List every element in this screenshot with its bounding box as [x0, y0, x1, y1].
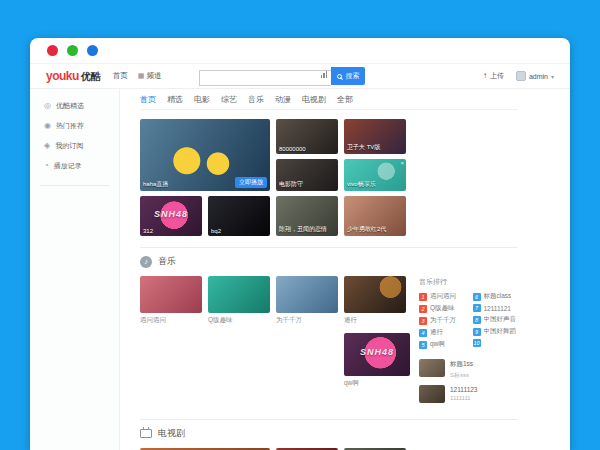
list-item-subtitle: S标sss [450, 371, 473, 380]
logo-text-en: youku [46, 69, 79, 83]
music-video-card[interactable]: Q版趣味 [208, 276, 270, 325]
rss-subscribe-icon: ◈ [44, 142, 50, 150]
video-thumbnail[interactable] [276, 276, 338, 313]
eye-icon: ◉ [44, 122, 51, 130]
youku-logo[interactable]: youku优酷 [46, 69, 101, 84]
play-now-badge[interactable]: 立即播放 [235, 177, 267, 188]
search-button[interactable]: 搜索 [331, 67, 365, 85]
thumbnail-caption: 312 [143, 228, 153, 234]
video-thumbnail[interactable] [140, 276, 202, 313]
music-video-card[interactable]: 为千千万 [276, 276, 338, 325]
sidebar-item[interactable]: ◈ 我的订阅 [30, 136, 119, 156]
music-video-card[interactable]: 遇问遇问 [140, 276, 202, 325]
list-item-subtitle: 1111111 [450, 395, 477, 401]
rank-badge: 1 [419, 293, 427, 301]
chevron-down-icon: ▾ [551, 73, 554, 80]
ranking-item[interactable]: 9 中国好舞蹈 [473, 327, 519, 336]
rank-label: qw啊 [430, 340, 445, 349]
video-thumbnail[interactable]: 卫子夫 TV版 [344, 119, 406, 154]
trending-chart-icon[interactable] [321, 71, 328, 78]
upload-icon: ↑ [483, 72, 487, 80]
top-nav: 首页 ▦ 频道 [113, 71, 162, 81]
ranking-item[interactable]: 3 为千千万 [419, 316, 465, 325]
rank-badge: 6 [473, 293, 481, 301]
category-tab[interactable]: 首页 [140, 94, 156, 105]
music-ranking-title: 音乐排行 [419, 277, 518, 287]
user-menu[interactable]: admin ▾ [516, 71, 554, 81]
video-thumbnail[interactable]: 陈翔，丑闻的恋情 [276, 196, 338, 236]
search-input[interactable] [199, 70, 331, 86]
category-tab[interactable]: 音乐 [248, 94, 264, 105]
category-tab[interactable]: 电视剧 [302, 94, 326, 105]
featured-target-icon: ◎ [44, 102, 51, 110]
category-tab[interactable]: 精选 [167, 94, 183, 105]
tv-section-title: 电视剧 [158, 427, 185, 440]
video-thumbnail[interactable]: 少年勇敢红2代 [344, 196, 406, 236]
music-video-card[interactable]: 通行 [344, 276, 406, 325]
video-title: 通行 [344, 316, 406, 325]
header-right: ↑ 上传 admin ▾ [483, 71, 554, 81]
video-title: qw啊 [344, 379, 410, 388]
ranking-item[interactable]: 8 中国好声音 [473, 315, 519, 324]
list-item-title: 标题1ss [450, 360, 473, 369]
rank-label: 为千千万 [430, 316, 456, 325]
list-item[interactable]: 标题1ss S标sss [419, 359, 518, 380]
sidebar-item[interactable]: ◎ 优酷精选 [30, 96, 119, 116]
rank-label: 中国好舞蹈 [484, 327, 517, 336]
tv-icon [140, 429, 152, 438]
video-thumbnail[interactable]: bq2 [208, 196, 270, 236]
thumbnail-caption: 少年勇敢红2代 [347, 225, 386, 234]
video-thumbnail[interactable]: vivo畅享乐 × [344, 159, 406, 191]
list-item[interactable]: 12111123 1111111 [419, 385, 518, 403]
rank-badge: 3 [419, 317, 427, 325]
section-divider [140, 247, 518, 248]
sidebar-item[interactable]: ◔ 播放记录 [30, 156, 119, 176]
category-tab[interactable]: 动漫 [275, 94, 291, 105]
sidebar-item-label: 优酷精选 [56, 101, 84, 111]
rank-label: 标题class [484, 292, 512, 301]
window-close-button[interactable] [47, 45, 58, 56]
music-note-icon: ♪ [140, 256, 152, 268]
ranking-item[interactable]: 6 标题class [473, 292, 519, 301]
music-ranking-right: 6 标题class 7 12111121 8 中国好声音 9 中国好舞蹈 [473, 292, 519, 352]
thumbnail-art-text: SNH48 [344, 347, 410, 357]
video-thumbnail[interactable] [208, 276, 270, 313]
video-thumbnail[interactable]: 电影防守 [276, 159, 338, 191]
nav-channel-link[interactable]: ▦ 频道 [138, 71, 162, 81]
category-tab[interactable]: 综艺 [221, 94, 237, 105]
rank-badge: 5 [419, 341, 427, 349]
sidebar-item-label: 热门推荐 [56, 121, 84, 131]
sidebar-list: ◎ 优酷精选 ◉ 热门推荐 ◈ 我的订阅 ◔ [30, 96, 119, 176]
category-tab[interactable]: 全部 [337, 94, 353, 105]
sidebar-item[interactable]: ◉ 热门推荐 [30, 116, 119, 136]
ranking-item[interactable]: 2 Q版趣味 [419, 304, 465, 313]
video-thumbnail[interactable]: 80000000 [276, 119, 338, 154]
ranking-item[interactable]: 5 qw啊 [419, 340, 465, 349]
video-thumbnail[interactable]: SNH48 312 [140, 196, 202, 236]
thumbnail-caption: 陈翔，丑闻的恋情 [279, 225, 327, 234]
window-zoom-button[interactable] [87, 45, 98, 56]
music-video-card[interactable]: SNH48 qw啊 [344, 333, 410, 388]
ranking-item[interactable]: 1 遇问遇问 [419, 292, 465, 301]
magnifier-icon [337, 74, 342, 79]
window-minimize-button[interactable] [67, 45, 78, 56]
video-thumbnail[interactable]: SNH48 [344, 333, 410, 376]
grid-icon: ▦ [138, 72, 145, 80]
hero-video-thumbnail[interactable]: haha直播 立即播放 [140, 119, 270, 191]
ranking-item[interactable]: 7 12111121 [473, 304, 519, 312]
category-tab[interactable]: 电影 [194, 94, 210, 105]
section-divider [140, 419, 518, 420]
upload-link[interactable]: ↑ 上传 [483, 71, 504, 81]
ranking-item[interactable]: 10 [473, 339, 519, 347]
main-area: ◎ 优酷精选 ◉ 热门推荐 ◈ 我的订阅 ◔ [30, 89, 570, 450]
ranking-item[interactable]: 4 通行 [419, 328, 465, 337]
close-ad-icon[interactable]: × [400, 160, 404, 166]
browser-window: youku优酷 首页 ▦ 频道 搜索 ↑ 上传 [30, 38, 570, 450]
nav-home-link[interactable]: 首页 [113, 71, 128, 81]
rank-label: 通行 [430, 328, 443, 337]
video-thumbnail [419, 359, 445, 377]
video-thumbnail [419, 385, 445, 403]
video-thumbnail[interactable] [344, 276, 406, 313]
sidebar-item-label: 我的订阅 [55, 141, 83, 151]
music-section-header: ♪ 音乐 [140, 255, 518, 268]
